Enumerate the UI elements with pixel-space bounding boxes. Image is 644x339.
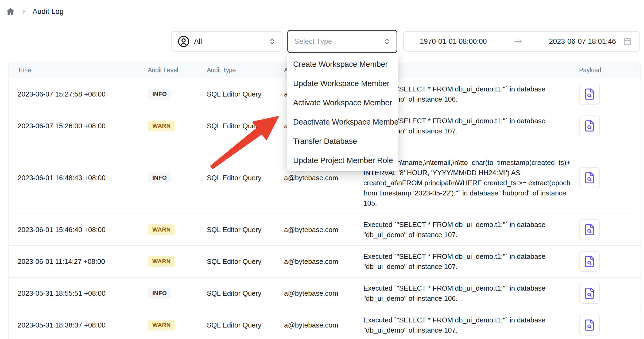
file-search-icon (583, 120, 596, 132)
actor-cell: a@bytebase.com (284, 316, 363, 335)
type-option[interactable]: Transfer Database (287, 132, 398, 151)
column-header-audit-type: Audit Type (207, 67, 284, 74)
type-option[interactable]: Update Project Member Role (287, 151, 398, 170)
audit-level-cell: WARN (148, 251, 207, 272)
audit-level-badge: INFO (148, 89, 171, 99)
audit-level-badge: WARN (148, 224, 175, 235)
payload-cell (579, 309, 641, 339)
payload-view-button[interactable] (579, 167, 600, 188)
payload-cell (579, 278, 641, 309)
file-search-icon (583, 172, 596, 184)
table-row: 2023-06-01 15:46:40 +08:00WARNSQL Editor… (9, 214, 641, 246)
arrow-right-icon (487, 38, 549, 45)
type-dropdown-menu: Create Workspace MemberUpdate Workspace … (287, 53, 398, 171)
payload-cell (579, 162, 641, 194)
breadcrumb: Audit Log (6, 7, 64, 16)
time-cell: 2023-06-01 11:14:27 +08:00 (9, 252, 148, 271)
audit-type-cell: SQL Editor Query (207, 117, 284, 136)
payload-cell (579, 78, 641, 110)
time-cell: 2023-05-31 18:38:37 +08:00 (9, 316, 148, 335)
chevron-right-icon (21, 9, 27, 14)
audit-type-cell: SQL Editor Query (207, 168, 284, 187)
comment-cell: Executed `"SELECT * FROM db_ui_demo.t1;"… (363, 246, 579, 277)
type-option[interactable]: Activate Workspace Member (287, 93, 398, 112)
user-filter-value: All (194, 37, 264, 46)
audit-level-cell: WARN (148, 115, 207, 137)
audit-level-cell: INFO (148, 283, 207, 304)
audit-type-cell: SQL Editor Query (207, 85, 284, 104)
column-header-time: Time (9, 67, 148, 74)
table-row: 2023-05-31 18:38:37 +08:00WARNSQL Editor… (9, 309, 641, 339)
audit-type-cell: SQL Editor Query (207, 284, 284, 303)
date-range-start[interactable]: 1970-01-01 08:00:00 (420, 37, 487, 46)
page-title: Audit Log (33, 7, 64, 16)
actor-cell: a@bytebase.com (284, 252, 363, 271)
audit-level-cell: WARN (148, 219, 207, 240)
type-option[interactable]: Create Workspace Member (287, 55, 398, 74)
payload-cell (579, 246, 641, 277)
payload-view-button[interactable] (579, 283, 600, 304)
type-filter-placeholder: Select Type (294, 37, 378, 46)
audit-log-page: Audit Log All Select Type 1970-01-01 08:… (0, 0, 644, 339)
type-option[interactable]: Update Workspace Member (287, 74, 398, 93)
table-row: 2023-05-31 18:55:51 +08:00INFOSQL Editor… (9, 278, 641, 309)
file-search-icon (583, 287, 596, 299)
comment-cell: Executed `"SELECT * FROM db_ui_demo.t1;"… (363, 214, 579, 245)
payload-view-button[interactable] (579, 315, 600, 336)
audit-level-badge: INFO (148, 288, 171, 299)
time-cell: 2023-06-07 15:27:58 +08:00 (9, 85, 148, 104)
calendar-icon[interactable] (623, 37, 632, 46)
type-filter-select[interactable]: Select Type (287, 30, 397, 53)
home-icon[interactable] (6, 7, 15, 16)
payload-view-button[interactable] (579, 251, 600, 272)
file-search-icon (583, 255, 596, 268)
audit-level-badge: WARN (148, 256, 175, 267)
column-header-payload: Payload (579, 67, 641, 74)
comment-cell: Executed `"SELECT * FROM db_ui_demo.t1;"… (363, 278, 579, 309)
user-filter-select[interactable]: All (171, 31, 282, 52)
audit-type-cell: SQL Editor Query (207, 252, 284, 271)
audit-level-badge: WARN (148, 121, 175, 131)
file-search-icon (583, 319, 596, 331)
payload-cell (579, 110, 641, 142)
audit-type-cell: SQL Editor Query (207, 220, 284, 239)
actor-cell: a@bytebase.com (284, 284, 363, 303)
table-row: 2023-06-01 11:14:27 +08:00WARNSQL Editor… (9, 246, 641, 278)
audit-type-cell: SQL Editor Query (207, 316, 284, 335)
type-option[interactable]: Deactivate Workspace Member (287, 112, 398, 132)
audit-level-cell: INFO (148, 83, 207, 105)
audit-level-cell: WARN (148, 314, 207, 336)
time-cell: 2023-06-01 15:46:40 +08:00 (9, 220, 148, 239)
time-cell: 2023-06-01 16:48:43 +08:00 (9, 168, 148, 187)
chevrons-up-down-icon (268, 37, 277, 46)
user-circle-icon (177, 35, 190, 48)
actor-cell: a@bytebase.com (284, 220, 363, 239)
audit-level-badge: WARN (148, 320, 175, 330)
time-cell: 2023-05-31 18:55:51 +08:00 (9, 284, 148, 303)
date-range-picker[interactable]: 1970-01-01 08:00:00 2023-06-07 18:01:46 (403, 31, 640, 52)
payload-view-button[interactable] (579, 219, 600, 240)
date-range-end[interactable]: 2023-06-07 18:01:46 (549, 37, 616, 46)
payload-cell (579, 214, 641, 245)
payload-view-button[interactable] (579, 115, 600, 136)
comment-cell: Executed `"SELECT * FROM db_ui_demo.t1;"… (363, 310, 579, 339)
file-search-icon (583, 88, 596, 100)
audit-level-cell: INFO (148, 167, 207, 188)
payload-view-button[interactable] (579, 84, 600, 105)
file-search-icon (583, 224, 596, 236)
audit-level-badge: INFO (148, 172, 171, 183)
column-header-audit-level: Audit Level (148, 67, 207, 74)
time-cell: 2023-06-07 15:26:00 +08:00 (9, 117, 148, 136)
chevrons-up-down-icon (383, 37, 391, 46)
